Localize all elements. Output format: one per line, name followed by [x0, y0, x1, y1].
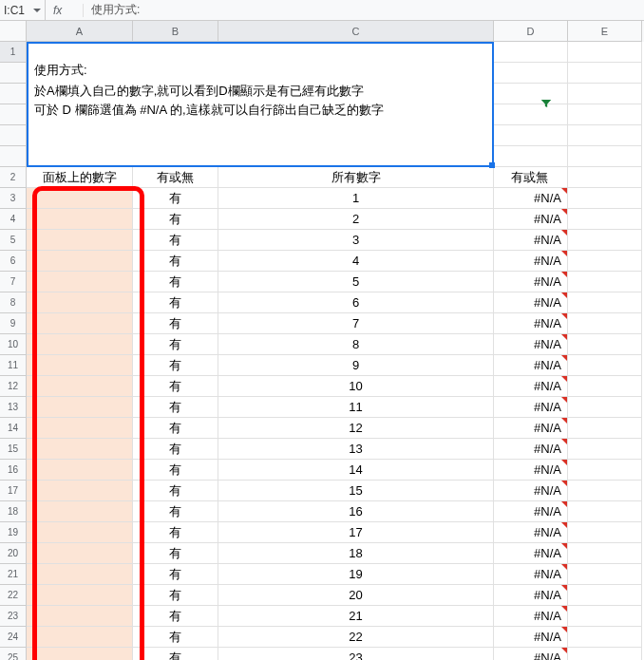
cell[interactable]: [568, 63, 642, 84]
cell-panel-number[interactable]: [27, 418, 133, 439]
cell-has-d[interactable]: #N/A: [494, 543, 568, 564]
cell-panel-number[interactable]: [27, 606, 133, 627]
cell-has-d[interactable]: #N/A: [494, 648, 568, 660]
cell-panel-number[interactable]: [27, 648, 133, 660]
cell[interactable]: [568, 104, 642, 125]
row-header[interactable]: 8: [0, 292, 27, 313]
cell-panel-number[interactable]: [27, 209, 133, 230]
cell[interactable]: [568, 522, 642, 543]
cell-has-b[interactable]: 有: [133, 355, 218, 376]
cell-panel-number[interactable]: [27, 439, 133, 460]
row-header[interactable]: [0, 104, 27, 125]
column-header-a[interactable]: A: [27, 21, 133, 42]
cell[interactable]: [568, 209, 642, 230]
row-header[interactable]: 16: [0, 460, 27, 481]
cell-has-b[interactable]: 有: [133, 564, 218, 585]
cell[interactable]: [494, 146, 568, 167]
cell-panel-number[interactable]: [27, 627, 133, 648]
cell[interactable]: [494, 42, 568, 63]
cell-all-number[interactable]: 8: [218, 334, 494, 355]
column-header-e[interactable]: E: [568, 21, 642, 42]
cell-has-b[interactable]: 有: [133, 292, 218, 313]
cell[interactable]: [568, 606, 642, 627]
cell-all-number[interactable]: 21: [218, 606, 494, 627]
cell[interactable]: [568, 334, 642, 355]
cell[interactable]: [568, 272, 642, 292]
cell[interactable]: [568, 460, 642, 481]
cell-all-number[interactable]: 20: [218, 585, 494, 606]
cell-panel-number[interactable]: [27, 397, 133, 418]
cell[interactable]: [568, 167, 642, 188]
cell-has-b[interactable]: 有: [133, 272, 218, 292]
row-header[interactable]: 5: [0, 230, 27, 251]
cell-has-b[interactable]: 有: [133, 188, 218, 209]
cell-has-d[interactable]: #N/A: [494, 418, 568, 439]
row-header[interactable]: [0, 125, 27, 146]
header-has-d[interactable]: 有或無: [494, 167, 568, 188]
cell-all-number[interactable]: 10: [218, 376, 494, 397]
column-header-c[interactable]: C: [218, 21, 494, 42]
row-header[interactable]: 14: [0, 418, 27, 439]
selection-handle[interactable]: [489, 162, 495, 168]
cell-all-number[interactable]: 11: [218, 397, 494, 418]
row-header[interactable]: 4: [0, 209, 27, 230]
cell-all-number[interactable]: 9: [218, 355, 494, 376]
row-header[interactable]: 24: [0, 627, 27, 648]
cell-panel-number[interactable]: [27, 230, 133, 251]
cell[interactable]: [494, 84, 568, 104]
cell[interactable]: [494, 125, 568, 146]
cell-all-number[interactable]: 1: [218, 188, 494, 209]
row-header[interactable]: 25: [0, 648, 27, 660]
cell-has-b[interactable]: 有: [133, 376, 218, 397]
cell-has-b[interactable]: 有: [133, 418, 218, 439]
cell-all-number[interactable]: 17: [218, 522, 494, 543]
cell[interactable]: [568, 84, 642, 104]
cell[interactable]: [494, 63, 568, 84]
cell-all-number[interactable]: 2: [218, 209, 494, 230]
cell-has-d[interactable]: #N/A: [494, 564, 568, 585]
cell-has-d[interactable]: #N/A: [494, 439, 568, 460]
cell-has-b[interactable]: 有: [133, 543, 218, 564]
row-header-2[interactable]: 2: [0, 167, 27, 188]
row-header[interactable]: 19: [0, 522, 27, 543]
cell-has-d[interactable]: #N/A: [494, 334, 568, 355]
cell-has-d[interactable]: #N/A: [494, 606, 568, 627]
cell-has-b[interactable]: 有: [133, 460, 218, 481]
row-header[interactable]: 13: [0, 397, 27, 418]
cell-panel-number[interactable]: [27, 272, 133, 292]
cell-has-b[interactable]: 有: [133, 522, 218, 543]
cell-all-number[interactable]: 16: [218, 501, 494, 522]
cell[interactable]: [568, 481, 642, 501]
row-header[interactable]: 7: [0, 272, 27, 292]
cell-has-d[interactable]: #N/A: [494, 355, 568, 376]
cell[interactable]: [568, 251, 642, 272]
cell-panel-number[interactable]: [27, 251, 133, 272]
row-header[interactable]: 21: [0, 564, 27, 585]
row-header[interactable]: 23: [0, 606, 27, 627]
cell-has-b[interactable]: 有: [133, 606, 218, 627]
cell-all-number[interactable]: 23: [218, 648, 494, 660]
column-header-b[interactable]: B: [133, 21, 218, 42]
cell-all-number[interactable]: 19: [218, 564, 494, 585]
cell-has-d[interactable]: #N/A: [494, 251, 568, 272]
cell-has-d[interactable]: #N/A: [494, 522, 568, 543]
cell-has-d[interactable]: #N/A: [494, 460, 568, 481]
cell[interactable]: [568, 188, 642, 209]
cell-panel-number[interactable]: [27, 585, 133, 606]
cell[interactable]: [568, 146, 642, 167]
cell[interactable]: [568, 42, 642, 63]
cell-panel-number[interactable]: [27, 481, 133, 501]
cell[interactable]: [568, 418, 642, 439]
cell[interactable]: [568, 313, 642, 334]
cell[interactable]: [568, 397, 642, 418]
filter-icon[interactable]: [540, 97, 553, 113]
row-header[interactable]: 10: [0, 334, 27, 355]
row-header[interactable]: [0, 84, 27, 104]
row-header[interactable]: 20: [0, 543, 27, 564]
cell-has-d[interactable]: #N/A: [494, 292, 568, 313]
cell-all-number[interactable]: 7: [218, 313, 494, 334]
cell-has-b[interactable]: 有: [133, 334, 218, 355]
cell[interactable]: [568, 439, 642, 460]
row-header[interactable]: [0, 63, 27, 84]
row-header[interactable]: 12: [0, 376, 27, 397]
